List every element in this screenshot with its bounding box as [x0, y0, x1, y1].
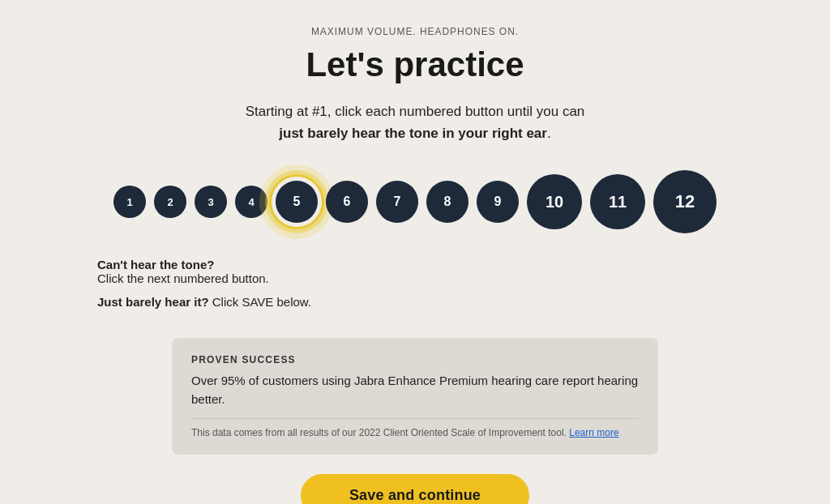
instruction-text: Starting at #1, click each numbered butt…	[246, 100, 585, 144]
cant-hear-bold: Can't hear the tone?	[97, 258, 214, 271]
instruction-period: .	[547, 126, 551, 141]
cant-hear-text: Click the next numbered button.	[97, 271, 269, 285]
instruction-bold: just barely hear the tone in your right …	[279, 126, 547, 141]
number-button-10[interactable]: 10	[527, 174, 582, 229]
number-button-12[interactable]: 12	[653, 170, 717, 233]
number-button-3[interactable]: 3	[195, 186, 227, 218]
promo-body: Over 95% of customers using Jabra Enhanc…	[191, 372, 639, 408]
number-button-9[interactable]: 9	[477, 181, 519, 223]
promo-learn-more-link[interactable]: Learn more	[569, 427, 618, 438]
number-button-5[interactable]: 5	[276, 181, 318, 223]
number-button-8[interactable]: 8	[426, 181, 468, 223]
save-continue-button[interactable]: Save and continue	[301, 474, 529, 504]
number-button-2[interactable]: 2	[154, 186, 186, 218]
promo-footer-text: This data comes from all results of our …	[191, 427, 567, 438]
number-button-4[interactable]: 4	[235, 186, 267, 218]
promo-title: PROVEN SUCCESS	[191, 354, 639, 365]
cant-hear-hint: Can't hear the tone? Click the next numb…	[97, 258, 311, 285]
number-button-1[interactable]: 1	[113, 186, 146, 218]
hint-section: Can't hear the tone? Click the next numb…	[97, 258, 311, 314]
number-button-11[interactable]: 11	[590, 174, 645, 229]
instruction-line1: Starting at #1, click each numbered butt…	[246, 104, 585, 119]
barely-hear-bold: Just barely hear it?	[97, 295, 209, 309]
page-title: Let's practice	[306, 45, 524, 84]
number-buttons-row: 1 2 3 4 5 6 7 8 9 10 11 12	[113, 170, 717, 233]
number-button-6[interactable]: 6	[326, 181, 368, 223]
top-label: MAXIMUM VOLUME. HEADPHONES ON.	[311, 26, 519, 37]
promo-footer: This data comes from all results of our …	[191, 418, 639, 438]
number-button-7[interactable]: 7	[376, 181, 418, 223]
promo-card: PROVEN SUCCESS Over 95% of customers usi…	[172, 338, 658, 455]
barely-hear-hint: Just barely hear it? Click SAVE below.	[97, 295, 311, 309]
barely-hear-text: Click SAVE below.	[212, 295, 311, 309]
